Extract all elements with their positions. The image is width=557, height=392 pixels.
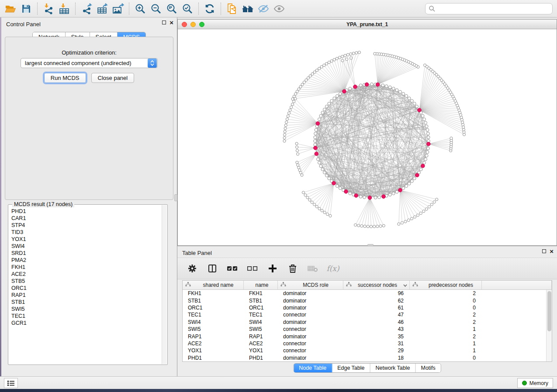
open-file-icon[interactable] xyxy=(3,2,18,16)
cell-name[interactable]: YOX1 xyxy=(244,347,278,354)
leaf-node[interactable] xyxy=(323,211,326,214)
mcds-result-item[interactable]: STB1 xyxy=(11,299,162,306)
leaf-node[interactable] xyxy=(318,207,321,210)
cell-mcds_role[interactable]: connector xyxy=(278,326,343,332)
leaf-node[interactable] xyxy=(336,57,338,60)
column-header-name[interactable]: name xyxy=(244,281,278,289)
mcds-hub-node[interactable] xyxy=(376,83,380,86)
tab-network-table[interactable]: Network Table xyxy=(370,364,416,372)
ring-node[interactable] xyxy=(323,171,326,174)
close-table-panel-icon[interactable]: × xyxy=(550,249,554,253)
cell-name[interactable]: ORC1 xyxy=(244,305,278,311)
leaf-node[interactable] xyxy=(305,79,308,81)
ring-node[interactable] xyxy=(336,94,339,97)
mcds-result-item[interactable]: TEC1 xyxy=(11,313,162,320)
ring-node[interactable] xyxy=(399,90,402,93)
float-panel-icon[interactable] xyxy=(162,21,166,24)
mcds-result-item[interactable]: STB5 xyxy=(11,278,162,285)
leaf-node[interactable] xyxy=(428,206,430,208)
mcds-result-item[interactable]: CAR1 xyxy=(11,215,162,222)
table-scrollbar[interactable] xyxy=(546,290,552,361)
leaf-node[interactable] xyxy=(462,123,464,126)
leaf-node[interactable] xyxy=(302,191,304,194)
ring-node[interactable] xyxy=(339,93,342,96)
cell-shared_name[interactable]: ORC1 xyxy=(183,305,244,311)
leaf-node[interactable] xyxy=(285,121,288,124)
leaf-node[interactable] xyxy=(287,115,289,117)
leaf-node[interactable] xyxy=(297,153,299,155)
leaf-node[interactable] xyxy=(287,112,290,114)
column-header-shared-name[interactable]: shared name xyxy=(183,281,244,289)
column-selector-icon[interactable] xyxy=(206,262,218,275)
cell-name[interactable]: TEC1 xyxy=(244,312,278,318)
leaf-node[interactable] xyxy=(325,62,328,65)
leaf-node[interactable] xyxy=(306,196,309,199)
leaf-node[interactable] xyxy=(352,52,355,55)
network-canvas[interactable] xyxy=(178,29,557,245)
leaf-node[interactable] xyxy=(376,225,379,227)
cell-successor_nodes[interactable]: 96 xyxy=(343,290,410,296)
deselect-all-icon[interactable] xyxy=(246,262,259,275)
table-row[interactable]: STB1STB1dominator620 xyxy=(183,297,546,304)
import-network-icon[interactable] xyxy=(41,2,56,16)
ring-node[interactable] xyxy=(359,195,362,198)
ring-node[interactable] xyxy=(359,84,362,87)
mcds-hub-node[interactable] xyxy=(398,188,402,192)
leaf-node[interactable] xyxy=(330,60,333,62)
cell-successor_nodes[interactable]: 31 xyxy=(343,340,410,347)
ring-node[interactable] xyxy=(426,128,429,131)
ring-node[interactable] xyxy=(423,118,426,121)
table-row[interactable]: TEC1TEC1connector472 xyxy=(183,311,546,318)
ring-node[interactable] xyxy=(413,102,416,105)
search-field[interactable] xyxy=(425,3,553,14)
ring-node[interactable] xyxy=(385,85,388,88)
leaf-node[interactable] xyxy=(326,213,329,216)
leaf-node[interactable] xyxy=(293,100,295,103)
cell-name[interactable]: SWI5 xyxy=(244,326,278,332)
mcds-hub-node[interactable] xyxy=(332,181,336,185)
leaf-node[interactable] xyxy=(315,69,318,72)
cell-mcds_role[interactable]: dominator xyxy=(278,290,343,296)
leaf-node[interactable] xyxy=(295,146,298,148)
leaf-node[interactable] xyxy=(295,142,298,145)
leaf-node[interactable] xyxy=(349,57,352,59)
ring-node[interactable] xyxy=(319,114,322,117)
ring-node[interactable] xyxy=(316,158,319,161)
cell-shared_name[interactable]: PHD1 xyxy=(183,355,244,361)
mcds-hub-node[interactable] xyxy=(344,190,348,194)
table-scrollbar-thumb[interactable] xyxy=(547,291,551,331)
ring-node[interactable] xyxy=(408,97,411,100)
column-header-successor-nodes[interactable]: successor nodes xyxy=(343,281,410,289)
ring-node[interactable] xyxy=(319,165,322,168)
leaf-node[interactable] xyxy=(283,137,286,139)
leaf-node[interactable] xyxy=(298,88,300,90)
table-row[interactable]: PHD1PHD1dominator180 xyxy=(183,354,546,361)
zoom-in-icon[interactable] xyxy=(132,2,148,16)
leaf-node[interactable] xyxy=(436,198,438,201)
float-table-panel-icon[interactable] xyxy=(542,249,546,253)
export-table-icon[interactable] xyxy=(94,2,110,16)
close-panel-button[interactable]: Close panel xyxy=(91,73,135,83)
cell-shared_name[interactable]: SWI4 xyxy=(183,319,244,325)
leaf-node[interactable] xyxy=(349,53,352,55)
cell-name[interactable]: STB1 xyxy=(244,298,278,304)
cell-mcds_role[interactable]: connector xyxy=(278,340,343,347)
leaf-node[interactable] xyxy=(355,52,358,54)
ring-node[interactable] xyxy=(370,83,374,86)
mcds-hub-node[interactable] xyxy=(365,83,369,86)
leaf-node[interactable] xyxy=(360,225,363,227)
leaf-node[interactable] xyxy=(290,106,293,108)
ring-node[interactable] xyxy=(325,105,328,108)
ring-node[interactable] xyxy=(388,193,391,196)
leaf-node[interactable] xyxy=(407,219,410,221)
leaf-node[interactable] xyxy=(329,214,332,217)
mcds-result-item[interactable]: SWI5 xyxy=(11,306,162,313)
save-session-icon[interactable] xyxy=(18,2,34,16)
vertical-splitter-grip[interactable] xyxy=(174,194,177,201)
ring-node[interactable] xyxy=(330,100,333,103)
cell-shared_name[interactable]: TEC1 xyxy=(183,312,244,318)
zoom-out-icon[interactable] xyxy=(148,2,164,16)
network-window-titlebar[interactable]: YPA_prune.txt_1 xyxy=(178,20,557,29)
leaf-node[interactable] xyxy=(289,109,291,111)
mcds-hub-node[interactable] xyxy=(354,194,358,198)
